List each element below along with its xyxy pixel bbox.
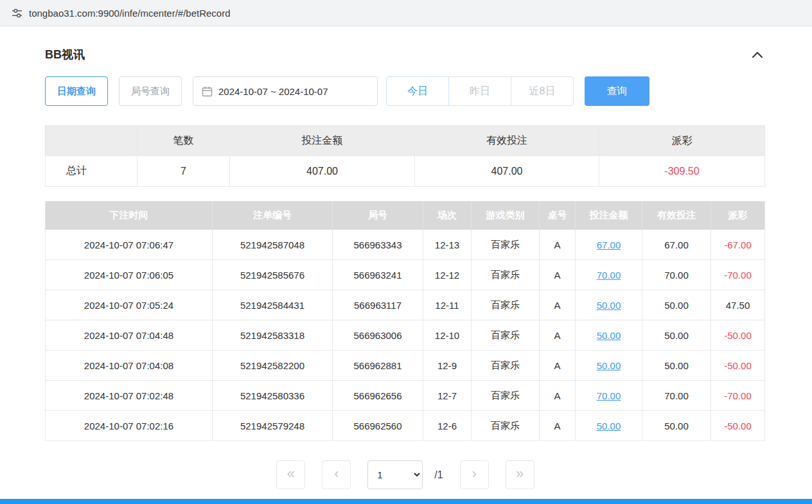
bet-amount-link[interactable]: 50.00 (597, 330, 621, 341)
order-id: 521942580336 (213, 381, 333, 411)
table-row: 2024-10-07 07:04:48 521942583318 5669630… (46, 320, 765, 351)
calendar-icon (202, 86, 213, 97)
valid-bet: 50.00 (642, 411, 711, 441)
summary-header-valid: 有效投注 (415, 126, 599, 156)
bet-record-panel: BB视讯 日期查询 局号查询 2024-10-07 ~ 2024-10-07 今… (0, 26, 812, 489)
game-type: 百家乐 (472, 381, 540, 411)
table-no: A (540, 381, 576, 411)
bet-amount-link[interactable]: 70.00 (597, 390, 621, 401)
header-valid-bet: 有效投注 (642, 202, 711, 230)
bet-time: 2024-10-07 07:06:05 (46, 260, 213, 290)
session: 12-11 (423, 290, 472, 320)
date-query-tab[interactable]: 日期查询 (45, 76, 108, 106)
bet-amount-cell: 70.00 (576, 381, 642, 411)
header-table-no: 桌号 (540, 202, 576, 230)
bottom-accent-bar (0, 499, 812, 504)
summary-table: 笔数 投注金额 有效投注 派彩 总计 7 407.00 407.00 -309.… (45, 125, 765, 187)
summary-header-row: 笔数 投注金额 有效投注 派彩 (46, 126, 765, 156)
yesterday-button[interactable]: 昨日 (448, 76, 511, 106)
order-id: 521942585676 (213, 260, 333, 290)
bet-time: 2024-10-07 07:02:48 (46, 381, 213, 411)
round-id: 566962881 (333, 351, 423, 381)
valid-bet: 50.00 (642, 351, 711, 381)
order-id: 521942584431 (213, 290, 333, 320)
bet-time: 2024-10-07 07:04:48 (46, 320, 213, 351)
bet-time: 2024-10-07 07:02:16 (46, 411, 213, 441)
order-id: 521942583318 (213, 320, 333, 351)
game-type: 百家乐 (472, 290, 540, 320)
quick-date-group: 今日 昨日 近8日 (386, 76, 574, 106)
bet-amount-link[interactable]: 67.00 (597, 239, 621, 250)
table-no: A (540, 351, 576, 381)
session: 12-12 (423, 260, 472, 290)
payout: -50.00 (711, 411, 765, 441)
round-id: 566963343 (333, 230, 423, 260)
bet-amount-cell: 50.00 (576, 411, 642, 441)
game-type: 百家乐 (472, 320, 540, 351)
page-select[interactable]: 1 (367, 460, 423, 489)
site-settings-icon[interactable] (12, 8, 22, 19)
table-no: A (540, 320, 576, 351)
summary-header-count: 笔数 (137, 126, 230, 156)
table-no: A (540, 411, 576, 441)
table-row: 2024-10-07 07:06:05 521942585676 5669632… (46, 260, 765, 290)
session: 12-7 (423, 381, 472, 411)
table-no: A (540, 290, 576, 320)
bet-amount-cell: 50.00 (576, 351, 642, 381)
bet-amount-cell: 67.00 (576, 230, 642, 260)
header-round-id: 局号 (333, 202, 423, 230)
bet-record-table: 下注时间 注单编号 局号 场次 游戏类别 桌号 投注金额 有效投注 派彩 202… (45, 201, 765, 441)
date-range-picker[interactable]: 2024-10-07 ~ 2024-10-07 (193, 76, 378, 106)
header-session: 场次 (423, 202, 472, 230)
header-payout: 派彩 (711, 202, 765, 230)
summary-total-row: 总计 7 407.00 407.00 -309.50 (46, 156, 765, 187)
summary-header-bet: 投注金额 (230, 126, 415, 156)
round-id: 566963241 (333, 260, 423, 290)
search-button[interactable]: 查询 (585, 76, 649, 106)
valid-bet: 70.00 (642, 381, 711, 411)
game-type: 百家乐 (472, 230, 540, 260)
valid-bet: 70.00 (642, 260, 711, 290)
bet-amount-link[interactable]: 50.00 (597, 421, 621, 431)
panel-header: BB视讯 (45, 47, 766, 62)
round-id: 566963006 (333, 320, 423, 351)
table-row: 2024-10-07 07:02:48 521942580336 5669626… (46, 381, 765, 411)
next-page-button[interactable]: › (460, 460, 489, 489)
today-button[interactable]: 今日 (386, 76, 449, 106)
first-page-button[interactable]: « (276, 460, 305, 489)
session: 12-9 (423, 351, 472, 381)
collapse-chevron-up-icon[interactable] (749, 48, 766, 61)
table-no: A (540, 230, 576, 260)
session: 12-13 (423, 230, 472, 260)
summary-header-blank (46, 126, 137, 156)
header-order-id: 注单编号 (213, 202, 333, 230)
pagination: « ‹ 1 /1 › » (45, 460, 766, 489)
url-text[interactable]: tongbao31.com:9900/infe/mcenter/#/betRec… (29, 8, 231, 19)
header-bet-amount: 投注金额 (576, 202, 642, 230)
game-type: 百家乐 (472, 351, 540, 381)
filter-bar: 日期查询 局号查询 2024-10-07 ~ 2024-10-07 今日 昨日 … (45, 76, 766, 106)
date-range-value: 2024-10-07 ~ 2024-10-07 (218, 86, 328, 97)
round-id: 566962560 (333, 411, 423, 441)
bet-time: 2024-10-07 07:04:08 (46, 351, 213, 381)
bet-amount-link[interactable]: 70.00 (597, 270, 621, 281)
last-page-button[interactable]: » (506, 460, 534, 489)
last-8-days-button[interactable]: 近8日 (511, 76, 574, 106)
round-id: 566963117 (333, 290, 423, 320)
browser-address-bar[interactable]: tongbao31.com:9900/infe/mcenter/#/betRec… (0, 0, 812, 26)
bet-amount-link[interactable]: 50.00 (597, 300, 621, 311)
table-row: 2024-10-07 07:04:08 521942582200 5669628… (46, 351, 765, 381)
round-id: 566962656 (333, 381, 423, 411)
session: 12-6 (423, 411, 472, 441)
bet-time: 2024-10-07 07:06:47 (46, 230, 213, 260)
bet-amount-cell: 50.00 (576, 290, 642, 320)
table-no: A (540, 260, 576, 290)
game-type: 百家乐 (472, 411, 540, 441)
prev-page-button[interactable]: ‹ (322, 460, 351, 489)
bet-amount-link[interactable]: 50.00 (597, 360, 621, 371)
session: 12-10 (423, 320, 472, 351)
round-query-tab[interactable]: 局号查询 (119, 76, 182, 106)
payout: 47.50 (711, 290, 765, 320)
table-row: 2024-10-07 07:02:16 521942579248 5669625… (46, 411, 765, 441)
bet-amount-cell: 70.00 (576, 260, 642, 290)
